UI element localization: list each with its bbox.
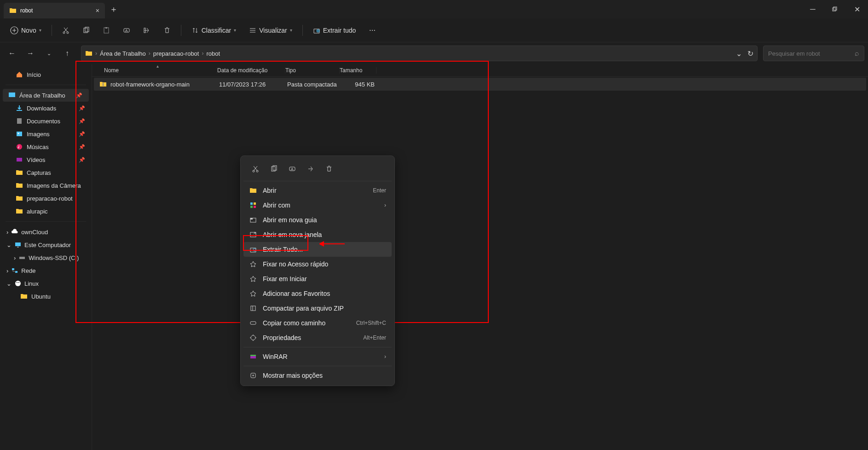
svg-rect-15: [17, 132, 22, 136]
videos-icon: [16, 156, 23, 163]
breadcrumb-item[interactable]: Área de Trabalho: [100, 50, 146, 57]
breadcrumb-item[interactable]: preparacao-robot: [153, 50, 199, 57]
breadcrumb[interactable]: › Área de Trabalho › preparacao-robot › …: [81, 46, 758, 61]
more-icon: [249, 371, 257, 380]
images-icon: [16, 130, 23, 138]
more-button[interactable]: ⋯: [364, 24, 381, 37]
tab[interactable]: robot ×: [4, 3, 105, 18]
chevron-right-icon: ›: [202, 50, 203, 57]
cm-open-tab[interactable]: Abrir em nova guia: [243, 213, 392, 227]
sidebar-item-linux[interactable]: ⌄ Linux: [0, 277, 92, 290]
close-tab-button[interactable]: ×: [96, 7, 99, 14]
sidebar-item-this-pc[interactable]: ⌄ Este Computador: [0, 238, 92, 251]
column-date[interactable]: Data de modificação: [217, 67, 285, 74]
chevron-down-icon[interactable]: ⌄: [736, 49, 742, 58]
rename-icon: A: [123, 27, 130, 34]
sidebar-item-camera[interactable]: Imagens da Câmera: [0, 179, 92, 192]
cm-properties[interactable]: Propriedades Alt+Enter: [243, 330, 392, 345]
share-button[interactable]: [139, 24, 155, 37]
sidebar-item-downloads[interactable]: Downloads 📌: [0, 102, 92, 115]
folder-icon: [16, 195, 23, 202]
sidebar-item-images[interactable]: Imagens 📌: [0, 127, 92, 140]
cm-share-button[interactable]: [302, 162, 319, 176]
search-input[interactable]: [768, 50, 851, 57]
svg-point-44: [251, 335, 255, 340]
cm-winrar[interactable]: WinRAR ›: [243, 349, 392, 364]
up-button[interactable]: ↑: [59, 45, 75, 62]
new-button[interactable]: Novo ▾: [6, 23, 46, 37]
sidebar-item-ubuntu[interactable]: Ubuntu: [0, 290, 92, 303]
cm-compress[interactable]: Compactar para arquivo ZIP: [243, 301, 392, 316]
sidebar-item-desktop[interactable]: Área de Trabalho 📌: [3, 89, 89, 102]
sidebar-item-owncloud[interactable]: › ownCloud: [0, 225, 92, 238]
separator: [302, 25, 303, 36]
forward-button[interactable]: →: [22, 45, 39, 62]
folder-icon: [16, 182, 23, 189]
breadcrumb-item[interactable]: robot: [206, 50, 220, 57]
window-controls: ─ ✕: [802, 0, 868, 18]
sidebar-item-home[interactable]: Início: [0, 68, 92, 81]
svg-rect-20: [17, 247, 19, 248]
svg-rect-42: [251, 306, 255, 311]
separator: [181, 25, 181, 36]
cm-open-with[interactable]: Abrir com ›: [243, 198, 392, 213]
file-row[interactable]: robot-framework-organo-main 11/07/2023 1…: [94, 78, 866, 91]
file-name: robot-framework-organo-main: [110, 81, 190, 88]
cut-icon: [62, 27, 69, 34]
sidebar-item-music[interactable]: Músicas 📌: [0, 140, 92, 153]
cm-extract-all[interactable]: Extrair Tudo...: [243, 242, 392, 257]
extract-all-button[interactable]: Extrair tudo: [308, 24, 361, 37]
cut-button[interactable]: [58, 24, 74, 37]
paste-button[interactable]: [98, 24, 115, 37]
drive-icon: [18, 254, 26, 261]
recent-button[interactable]: ⌄: [41, 45, 57, 62]
copy-button[interactable]: [78, 24, 94, 37]
cm-pin-quick[interactable]: Fixar no Acesso rápido: [243, 257, 392, 271]
cm-delete-button[interactable]: [321, 162, 337, 176]
cm-open-window[interactable]: Abrir em nova janela: [243, 227, 392, 242]
pin-icon: 📌: [79, 131, 85, 137]
maximize-button[interactable]: [824, 0, 846, 18]
column-size[interactable]: Tamanho: [340, 67, 376, 74]
star-icon: [249, 289, 257, 298]
delete-button[interactable]: [159, 24, 175, 37]
sort-button[interactable]: Classificar ▾: [187, 24, 241, 37]
ellipsis-icon: ⋯: [369, 27, 376, 34]
sidebar-item-preparacao[interactable]: preparacao-robot: [0, 192, 92, 205]
cm-add-favorites[interactable]: Adicionar aos Favoritos: [243, 286, 392, 301]
back-button[interactable]: ←: [4, 45, 20, 62]
refresh-button[interactable]: ↻: [747, 49, 753, 58]
network-icon: [11, 267, 18, 274]
folder-icon: [16, 208, 23, 215]
sidebar-item-network[interactable]: › Rede: [0, 264, 92, 277]
sidebar-item-documents[interactable]: Documentos 📌: [0, 115, 92, 127]
sidebar-item-alurapic[interactable]: alurapic: [0, 205, 92, 218]
pin-icon: 📌: [79, 157, 85, 163]
titlebar: robot × ＋ ─ ✕: [0, 0, 868, 18]
cm-cut-button[interactable]: [247, 162, 264, 176]
new-tab-button[interactable]: ＋: [110, 4, 118, 15]
cm-more-options[interactable]: Mostrar mais opções: [243, 368, 392, 383]
svg-point-17: [17, 144, 22, 150]
search-box[interactable]: ⌕: [763, 46, 864, 61]
svg-rect-39: [250, 218, 253, 219]
pin-icon: 📌: [76, 92, 82, 98]
svg-text:A: A: [291, 167, 294, 171]
cm-copy-path[interactable]: Copiar como caminho Ctrl+Shift+C: [243, 316, 392, 330]
cm-open[interactable]: Abrir Enter: [243, 183, 392, 198]
view-button[interactable]: Visualizar ▾: [244, 24, 296, 37]
tab-icon: [249, 216, 257, 224]
close-button[interactable]: ✕: [846, 0, 868, 18]
column-type[interactable]: Tipo: [285, 67, 340, 74]
minimize-button[interactable]: ─: [802, 0, 824, 18]
sidebar-item-captures[interactable]: Capturas: [0, 166, 92, 179]
column-name[interactable]: Nome ▴: [98, 67, 217, 74]
sidebar-item-drive[interactable]: › Windows-SSD (C:): [0, 251, 92, 264]
sidebar-item-videos[interactable]: Vídeos 📌: [0, 153, 92, 166]
rename-button[interactable]: A: [118, 24, 135, 37]
svg-point-16: [18, 133, 19, 134]
cm-rename-button[interactable]: A: [284, 162, 301, 176]
cm-pin-start[interactable]: Fixar em Iniciar: [243, 271, 392, 286]
music-icon: [16, 143, 23, 150]
cm-copy-button[interactable]: [266, 162, 282, 176]
